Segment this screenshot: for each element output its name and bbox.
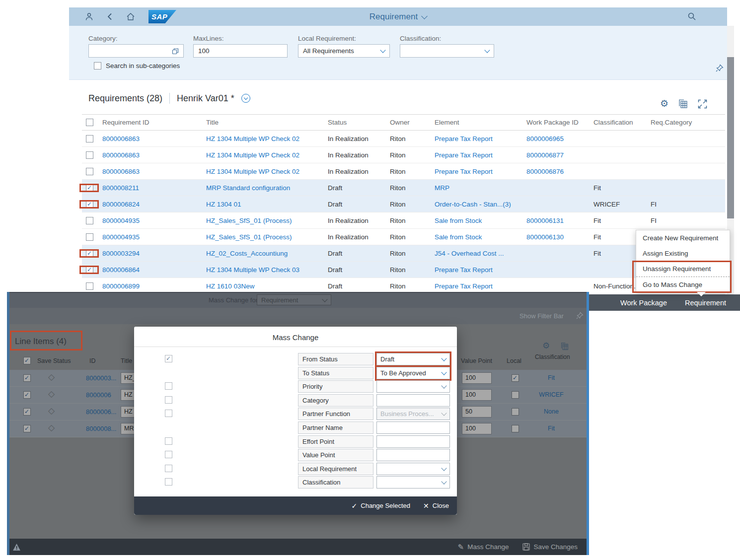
column-header[interactable]: Work Package ID (521, 119, 589, 126)
field-control[interactable]: Draft (376, 353, 450, 365)
field-control[interactable]: To Be Approved (376, 367, 450, 379)
work-package-id-link[interactable]: 8000006965 (521, 135, 589, 142)
title-link[interactable]: HZ 1304 01 (201, 201, 323, 208)
requirement-id-link[interactable]: 8000006863 (97, 168, 201, 175)
requirement-id-link[interactable]: 8000006864 (97, 266, 201, 274)
field-checkbox[interactable] (165, 478, 172, 486)
settings-gear-icon[interactable]: ⚙ (660, 99, 668, 109)
row-select-checkbox[interactable] (82, 233, 97, 241)
classification-select[interactable] (400, 44, 494, 58)
requirement-id-link[interactable]: 8000006863 (97, 135, 201, 142)
variant-dropdown-icon[interactable] (241, 94, 250, 103)
row-select-checkbox[interactable] (82, 168, 97, 175)
row-select-checkbox[interactable] (82, 217, 97, 224)
field-checkbox[interactable] (165, 410, 172, 417)
row-select-checkbox[interactable] (82, 201, 97, 208)
row-select-checkbox[interactable] (82, 151, 97, 159)
field-checkbox[interactable] (165, 396, 172, 404)
requirement-id-link[interactable]: 8000008211 (97, 184, 201, 192)
category-input[interactable] (88, 44, 184, 58)
row-select-checkbox[interactable] (82, 282, 97, 290)
status-cell: In Realization (323, 217, 385, 224)
element-link[interactable]: J54 - Overhead Cost ... (430, 250, 521, 257)
search-icon[interactable] (687, 12, 696, 21)
row-select-checkbox[interactable] (82, 184, 97, 192)
field-checkbox[interactable] (165, 451, 172, 458)
row-select-checkbox[interactable] (82, 250, 97, 257)
value-help-icon[interactable] (172, 48, 179, 55)
chevron-down-icon (441, 383, 446, 389)
element-link[interactable]: Prepare Tax Report (430, 282, 521, 290)
element-link[interactable]: Prepare Tax Report (430, 151, 521, 159)
work-package-id-link[interactable]: 8000006876 (521, 168, 589, 175)
row-select-checkbox[interactable] (82, 135, 97, 142)
app-title-menu[interactable]: Requirement (69, 7, 727, 26)
change-selected-button[interactable]: ✓ Change Selected (352, 502, 410, 510)
fullscreen-icon[interactable] (698, 99, 707, 109)
field-control[interactable] (376, 463, 450, 475)
menu-item[interactable]: Create New Requirement (636, 230, 730, 246)
column-header[interactable]: Requirement ID (97, 119, 201, 126)
export-icon[interactable] (678, 99, 688, 109)
field-value: To Be Approved (380, 369, 426, 377)
requirement-id-link[interactable]: 8000006899 (97, 282, 201, 290)
title-link[interactable]: HZ 1304 Multiple WP Check 03 (201, 266, 323, 274)
maxlines-input[interactable]: 100 (193, 44, 288, 58)
column-header[interactable]: Title (201, 119, 323, 126)
field-value: Business Proces... (380, 410, 434, 418)
title-link[interactable]: HZ_Sales_SfS_01 (Process) (201, 217, 323, 224)
work-package-id-link[interactable]: 8000006877 (521, 151, 589, 159)
requirement-id-link[interactable]: 8000004935 (97, 233, 201, 241)
requirement-id-link[interactable]: 8000003294 (97, 250, 201, 257)
element-link[interactable]: Sale from Stock (430, 217, 521, 224)
work-package-id-link[interactable]: 8000006130 (521, 233, 589, 241)
checkbox (86, 184, 93, 192)
title-link[interactable]: HZ 1304 Multiple WP Check 02 (201, 168, 323, 175)
close-button[interactable]: ✕ Close (423, 502, 449, 510)
field-checkbox[interactable] (165, 465, 172, 472)
tab-work-package[interactable]: Work Package (620, 299, 667, 307)
field-control[interactable] (376, 394, 450, 407)
field-checkbox[interactable] (165, 382, 172, 390)
element-link[interactable]: Order-to-Cash - Stan...(3) (430, 201, 521, 208)
field-control[interactable] (376, 476, 450, 489)
title-link[interactable]: HZ 1304 Multiple WP Check 02 (201, 135, 323, 142)
title-link[interactable]: HZ 1610 03New (201, 282, 323, 290)
title-link[interactable]: MRP Standard configuration (201, 184, 323, 192)
element-link[interactable]: Prepare Tax Report (430, 266, 521, 274)
requirement-id-link[interactable]: 8000006863 (97, 151, 201, 159)
work-package-id-link[interactable]: 8000006131 (521, 217, 589, 224)
column-header[interactable]: Element (430, 119, 521, 126)
field-control[interactable] (376, 421, 450, 434)
title-link[interactable]: HZ_Sales_SfS_01 (Process) (201, 233, 323, 241)
title-link[interactable]: HZ_02_Costs_Accountiung (201, 250, 323, 257)
table-row: 8000003294 HZ_02_Costs_Accountiung Draft… (82, 245, 725, 262)
requirement-id-link[interactable]: 8000004935 (97, 217, 201, 224)
element-link[interactable]: Sale from Stock (430, 233, 521, 241)
field-control[interactable] (376, 380, 450, 393)
local-requirement-select[interactable]: All Requirements (298, 44, 390, 58)
element-link[interactable]: MRP (430, 184, 521, 192)
pin-icon[interactable] (716, 64, 724, 72)
menu-item[interactable]: Assign Existing (636, 246, 730, 261)
field-control[interactable]: Business Proces... (376, 408, 450, 420)
element-link[interactable]: Prepare Tax Report (430, 135, 521, 142)
title-link[interactable]: HZ 1304 Multiple WP Check 02 (201, 151, 323, 159)
field-control[interactable] (376, 449, 450, 461)
tab-requirement[interactable]: Requirement (685, 299, 726, 307)
field-checkbox[interactable] (165, 355, 172, 362)
column-header[interactable]: Classification (589, 119, 646, 126)
element-link[interactable]: Prepare Tax Report (430, 168, 521, 175)
field-checkbox[interactable] (165, 437, 172, 445)
subcategories-checkbox[interactable] (94, 62, 101, 70)
column-header[interactable]: Status (323, 119, 385, 126)
column-header[interactable]: Owner (385, 119, 430, 126)
requirement-id-link[interactable]: 8000006824 (97, 201, 201, 208)
field-label: Partner Function (298, 408, 373, 420)
shell-header: SAP Requirement (69, 7, 727, 26)
column-header[interactable]: Req.Category (646, 119, 725, 126)
row-select-checkbox[interactable] (82, 266, 97, 274)
field-control[interactable] (376, 435, 450, 448)
select-all-checkbox[interactable] (82, 119, 97, 126)
scrollbar-thumb[interactable] (727, 57, 734, 218)
